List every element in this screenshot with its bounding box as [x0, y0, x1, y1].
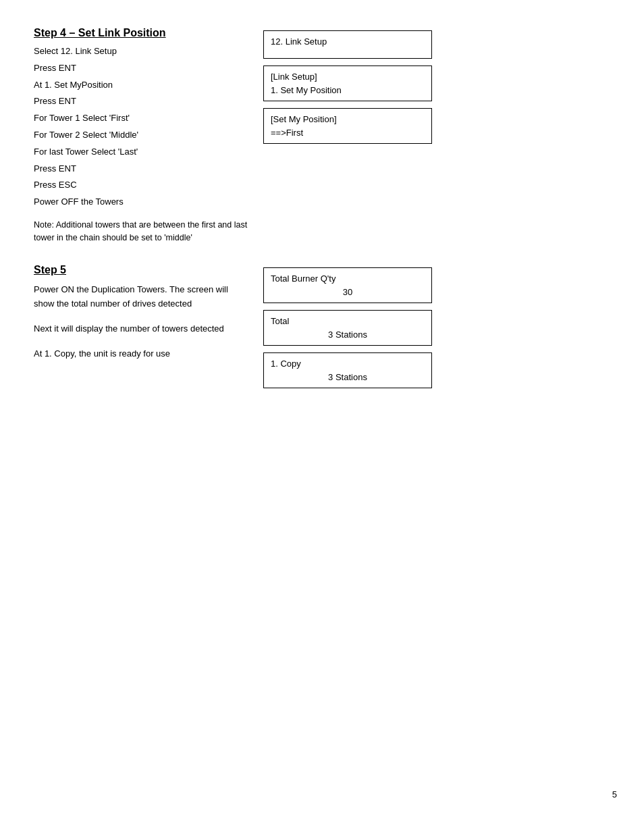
step4-title: Step 4 – Set Link Position — [34, 27, 250, 39]
step4-instructions: Select 12. Link Setup Press ENT At 1. Se… — [34, 45, 250, 209]
screen2-line1: [Link Setup] — [271, 70, 425, 84]
step4-right: 12. Link Setup [Link Setup] 1. Set My Po… — [263, 27, 610, 244]
step5-screen-1: Total Burner Q'ty 30 — [263, 267, 432, 303]
step5-left: Step 5 Power ON the Duplication Towers. … — [34, 264, 250, 388]
step4-line-6: For Tower 2 Select 'Middle' — [34, 128, 250, 142]
step5-content: Step 5 Power ON the Duplication Towers. … — [34, 264, 610, 388]
step5-screen1-line2: 30 — [271, 286, 425, 299]
step5-block-3: At 1. Copy, the unit is ready for use — [34, 347, 250, 361]
step5-screen1-line1: Total Burner Q'ty — [271, 272, 425, 286]
step5-text-1: Power ON the Duplication Towers. The scr… — [34, 283, 250, 311]
page-number: 5 — [612, 789, 617, 799]
step4-section: Step 4 – Set Link Position Select 12. Li… — [34, 27, 610, 244]
step5-screen3-line1: 1. Copy — [271, 357, 425, 371]
step4-line-10: Power OFF the Towers — [34, 195, 250, 209]
step4-line-2: Press ENT — [34, 61, 250, 76]
screen3-line1: [Set My Position] — [271, 113, 425, 126]
step4-note: Note: Additional towers that are between… — [34, 219, 250, 244]
step4-line-3: At 1. Set MyPosition — [34, 78, 250, 93]
step4-line-4: Press ENT — [34, 95, 250, 109]
step4-line-1: Select 12. Link Setup — [34, 45, 250, 59]
step5-text-2: Next it will display the number of tower… — [34, 322, 250, 336]
step5-screen-2: Total 3 Stations — [263, 310, 432, 346]
step5-block-1: Power ON the Duplication Towers. The scr… — [34, 283, 250, 311]
screen2-line2: 1. Set My Position — [271, 84, 425, 97]
step5-block-2: Next it will display the number of tower… — [34, 322, 250, 336]
step4-left: Step 4 – Set Link Position Select 12. Li… — [34, 27, 250, 244]
page-container: Step 4 – Set Link Position Select 12. Li… — [0, 0, 644, 813]
step5-text-3: At 1. Copy, the unit is ready for use — [34, 347, 250, 361]
screen-box-1: 12. Link Setup — [263, 30, 432, 59]
screen-box-2: [Link Setup] 1. Set My Position — [263, 65, 432, 101]
step4-line-8: Press ENT — [34, 162, 250, 176]
screen1-line1: 12. Link Setup — [271, 35, 425, 49]
step4-line-7: For last Tower Select 'Last' — [34, 145, 250, 159]
step4-line-9: Press ESC — [34, 178, 250, 192]
step5-screen2-line1: Total — [271, 315, 425, 328]
screen3-line2: ==>First — [271, 126, 425, 140]
screen-box-3: [Set My Position] ==>First — [263, 108, 432, 144]
step5-screen2-line2: 3 Stations — [271, 328, 425, 342]
step5-right: Total Burner Q'ty 30 Total 3 Stations 1.… — [263, 264, 610, 388]
step5-screen-3: 1. Copy 3 Stations — [263, 352, 432, 388]
step5-screen3-line2: 3 Stations — [271, 371, 425, 384]
step4-line-5: For Tower 1 Select 'First' — [34, 111, 250, 126]
step5-title: Step 5 — [34, 264, 250, 276]
step5-section: Step 5 Power ON the Duplication Towers. … — [34, 264, 610, 388]
